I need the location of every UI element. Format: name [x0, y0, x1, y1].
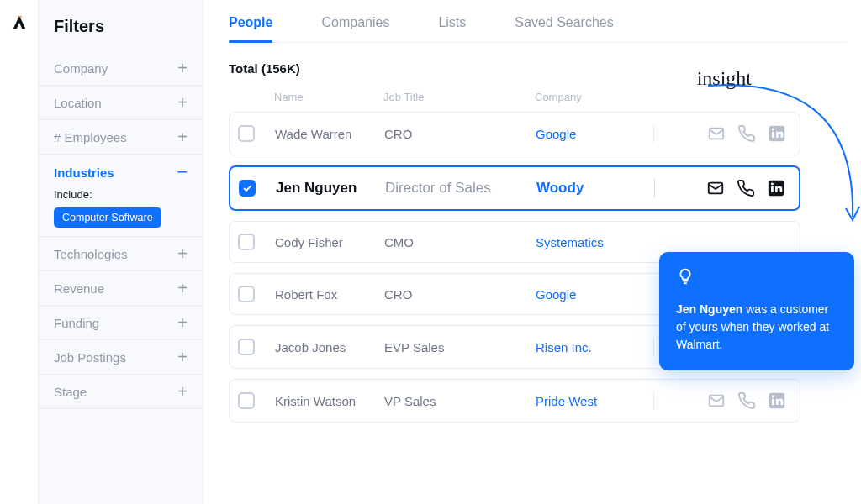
plus-icon: + — [177, 280, 188, 297]
row-checkbox[interactable] — [238, 286, 255, 302]
phone-icon[interactable] — [737, 179, 755, 197]
plus-icon: + — [177, 94, 188, 111]
cell-company[interactable]: Systematics — [536, 235, 653, 249]
col-job: Job Title — [383, 91, 535, 103]
main-content: People Companies Lists Saved Searches To… — [203, 0, 861, 504]
insight-text: Jen Nguyen was a customer of yours when … — [676, 301, 837, 354]
cell-name: Cody Fisher — [275, 235, 384, 249]
filter-company[interactable]: Company + — [39, 51, 203, 86]
filter-location[interactable]: Location + — [39, 86, 203, 120]
plus-icon: + — [177, 314, 188, 331]
svg-point-16 — [772, 395, 774, 397]
filter-technologies[interactable]: Technologies + — [39, 237, 203, 271]
cell-company[interactable]: Google — [536, 127, 653, 141]
include-label: Include: — [54, 188, 188, 201]
cell-name: Jacob Jones — [275, 340, 384, 354]
linkedin-icon[interactable] — [767, 179, 785, 197]
cell-job: CMO — [384, 235, 536, 249]
row-checkbox[interactable] — [238, 234, 255, 250]
plus-icon: + — [177, 383, 188, 400]
row-checkbox[interactable] — [238, 392, 255, 409]
cell-name: Jen Nguyen — [276, 180, 385, 197]
filters-title: Filters — [39, 17, 203, 51]
insight-handwritten-label: insight — [697, 67, 752, 90]
tab-saved-searches[interactable]: Saved Searches — [515, 15, 613, 42]
filter-revenue[interactable]: Revenue + — [39, 271, 203, 306]
cell-job: Director of Sales — [385, 180, 536, 197]
insight-card: Jen Nguyen was a customer of yours when … — [659, 252, 854, 370]
email-icon[interactable] — [707, 124, 726, 143]
cell-job: CRO — [384, 287, 536, 302]
svg-rect-3 — [772, 132, 774, 138]
cell-company[interactable]: Google — [536, 287, 653, 302]
tab-lists[interactable]: Lists — [438, 15, 466, 42]
table-row[interactable]: Kristin Watson VP Sales Pride West — [229, 379, 800, 423]
linkedin-icon[interactable] — [768, 124, 786, 143]
cell-name: Robert Fox — [275, 287, 384, 302]
left-rail — [0, 0, 39, 504]
svg-point-4 — [772, 128, 774, 130]
cell-name: Wade Warren — [275, 127, 384, 141]
phone-icon[interactable] — [737, 391, 756, 410]
tab-people[interactable]: People — [229, 15, 272, 42]
svg-point-8 — [771, 182, 774, 185]
svg-rect-7 — [771, 186, 774, 192]
total-count: Total (156K) — [229, 43, 846, 91]
logo-icon — [10, 13, 29, 32]
svg-rect-15 — [772, 399, 774, 405]
plus-icon: + — [177, 245, 188, 262]
cell-job: EVP Sales — [384, 340, 536, 354]
svg-point-0 — [19, 16, 22, 18]
table-row[interactable]: Wade Warren CRO Google — [229, 112, 800, 155]
filter-funding[interactable]: Funding + — [39, 306, 203, 340]
col-company: Company — [535, 91, 785, 103]
table-header: Name Job Title Company — [229, 91, 800, 112]
filter-industries[interactable]: Industries − Include: Computer Software — [39, 155, 203, 237]
cell-company[interactable]: Risen Inc. — [536, 340, 653, 354]
tab-companies[interactable]: Companies — [321, 15, 389, 42]
email-icon[interactable] — [707, 391, 726, 410]
filter-job-postings[interactable]: Job Postings + — [39, 340, 203, 375]
filter-stage[interactable]: Stage + — [39, 375, 203, 409]
filters-sidebar: Filters Company + Location + # Employees… — [39, 0, 203, 504]
filter-employees[interactable]: # Employees + — [39, 120, 203, 155]
col-name: Name — [274, 91, 383, 103]
row-checkbox[interactable] — [238, 339, 255, 355]
cell-job: CRO — [384, 127, 536, 141]
filter-chip[interactable]: Computer Software — [54, 207, 161, 228]
row-checkbox[interactable] — [238, 125, 255, 142]
email-icon[interactable] — [706, 179, 725, 197]
lightbulb-icon — [676, 267, 837, 291]
cell-company[interactable]: Woody — [536, 180, 654, 197]
plus-icon: + — [177, 349, 188, 365]
minus-icon: − — [177, 163, 188, 181]
linkedin-icon[interactable] — [768, 391, 786, 410]
phone-icon[interactable] — [737, 124, 756, 143]
tabs: People Companies Lists Saved Searches — [229, 0, 846, 43]
table-row[interactable]: Jen Nguyen Director of Sales Woody — [229, 165, 800, 211]
cell-job: VP Sales — [384, 394, 536, 408]
cell-name: Kristin Watson — [275, 394, 384, 408]
cell-company[interactable]: Pride West — [536, 394, 653, 408]
row-checkbox[interactable] — [239, 180, 256, 197]
plus-icon: + — [177, 60, 188, 76]
plus-icon: + — [177, 129, 188, 145]
